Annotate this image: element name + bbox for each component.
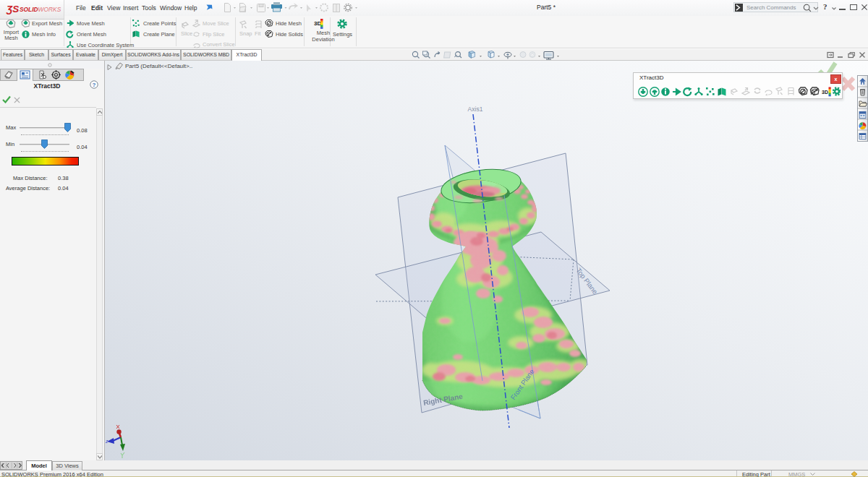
svg-text:ƷS: ƷS xyxy=(6,4,19,14)
svg-text:Axis1: Axis1 xyxy=(468,106,483,113)
svg-text:?: ? xyxy=(93,82,96,88)
svg-text:3D: 3D xyxy=(314,20,321,27)
svg-text:SOLIDWORKS: SOLIDWORKS xyxy=(20,6,61,13)
svg-text:3D: 3D xyxy=(822,90,828,95)
svg-text:z: z xyxy=(105,439,109,444)
